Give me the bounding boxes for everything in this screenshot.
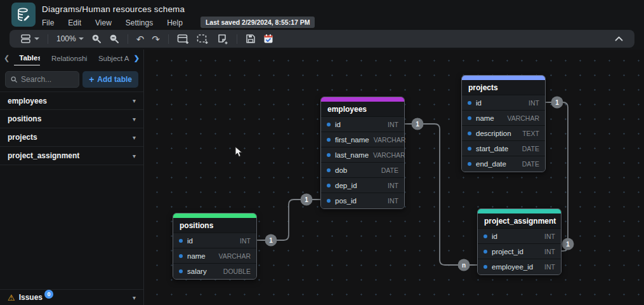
undo-icon: ↶ (136, 34, 145, 44)
field-row-start_date[interactable]: start_dateDATE (462, 141, 545, 156)
diagram-canvas[interactable]: 111n11 employeesidINTfirst_nameVARCHARla… (144, 50, 644, 305)
menu-file[interactable]: File (42, 17, 54, 29)
field-row-dep_id[interactable]: dep_idINT (321, 178, 404, 193)
field-row-id[interactable]: idINT (462, 95, 545, 111)
issues-panel-toggle[interactable]: ⚠ Issues 0 ▾ (0, 289, 143, 305)
entity-table-positions[interactable]: positionsidINTnameVARCHARsalaryDOUBLE (173, 213, 257, 280)
field-name: employee_id (492, 263, 540, 271)
app-logo[interactable] (11, 3, 36, 27)
add-table-button[interactable]: + Add table (82, 71, 138, 88)
sidebar-item-projects[interactable]: projects▾ (0, 128, 143, 147)
chevron-down-icon (79, 37, 84, 40)
chevron-down-icon: ▾ (133, 152, 136, 159)
relationship-line-positions.id-employees.pos_id[interactable] (257, 200, 320, 240)
field-dot-icon (179, 254, 183, 258)
collapse-header-button[interactable] (611, 34, 627, 43)
search-box[interactable] (5, 71, 79, 88)
entity-table-projects[interactable]: projectsidINTnameVARCHARdescriptionTEXTs… (461, 75, 546, 172)
field-type: INT (544, 233, 555, 240)
redo-icon: ↷ (152, 34, 160, 44)
diagram-list-button[interactable] (17, 32, 43, 45)
entity-table-project_assignment[interactable]: project_assignmentidINTproject_idINTempl… (477, 208, 562, 275)
field-row-description[interactable]: descriptionTEXT (462, 126, 545, 141)
field-row-name[interactable]: nameVARCHAR (462, 111, 545, 126)
field-name: dob (335, 166, 377, 174)
menu-help[interactable]: Help (167, 17, 183, 29)
app-window: Diagrams/Human resources schema FileEdit… (0, 0, 644, 305)
field-type: INT (388, 197, 398, 205)
field-row-id[interactable]: idINT (478, 229, 561, 244)
cardinality-label: 1 (416, 121, 419, 128)
field-row-employee_id[interactable]: employee_idINT (478, 259, 561, 274)
tab-relationships[interactable]: Relationships (46, 51, 87, 65)
field-name: first_name (335, 136, 369, 144)
last-saved-badge: Last saved 2/29/2024, 8:55:17 PM (200, 17, 315, 28)
field-row-first_name[interactable]: first_nameVARCHAR (321, 132, 404, 147)
tabs-scroll-left-icon[interactable]: ❮ (3, 54, 11, 62)
cardinality-label: 1 (555, 99, 559, 106)
field-name: description (476, 130, 518, 137)
field-dot-icon (327, 153, 331, 157)
zoom-level-value: 100% (56, 34, 76, 43)
entity-table-employees[interactable]: employeesidINTfirst_nameVARCHARlast_name… (320, 97, 405, 209)
sidebar-item-project_assignment[interactable]: project_assignment▾ (0, 147, 143, 165)
field-name: pos_id (335, 197, 383, 205)
toolbar-wrap: 100% ↶ (0, 29, 644, 50)
entity-title: projects (462, 80, 545, 95)
plus-icon: + (89, 74, 94, 85)
field-dot-icon (327, 168, 331, 172)
header-text-block: Diagrams/Human resources schema FileEdit… (42, 3, 315, 28)
sidebar-item-label: project_assignment (8, 151, 79, 160)
add-area-tool-button[interactable] (193, 32, 213, 46)
field-name: id (476, 99, 524, 107)
field-row-end_date[interactable]: end_dateDATE (462, 156, 545, 172)
tab-subject-areas[interactable]: Subject Are (93, 51, 129, 65)
field-name: name (476, 114, 503, 122)
field-name: dep_id (335, 182, 383, 189)
field-row-id[interactable]: idINT (321, 117, 404, 132)
zoom-level-dropdown[interactable]: 100% (53, 32, 88, 45)
menu-edit[interactable]: Edit (68, 17, 81, 29)
redo-button[interactable]: ↷ (148, 32, 164, 46)
tabs-scroll-right-icon[interactable]: ❯ (133, 54, 141, 62)
menu-view[interactable]: View (95, 17, 112, 29)
chevron-up-icon (615, 36, 623, 41)
todo-button[interactable] (260, 32, 277, 46)
menu-settings[interactable]: Settings (126, 17, 153, 29)
field-dot-icon (468, 132, 471, 135)
field-row-last_name[interactable]: last_nameVARCHAR (321, 147, 404, 163)
add-table-label: Add table (97, 75, 132, 84)
add-note-icon (216, 34, 228, 44)
add-note-tool-button[interactable] (213, 32, 232, 46)
field-dot-icon (468, 147, 471, 151)
field-row-project_id[interactable]: project_idINT (478, 244, 561, 259)
field-row-id[interactable]: idINT (173, 233, 256, 248)
save-button[interactable] (242, 32, 260, 46)
sidebar-item-employees[interactable]: employees▾ (0, 92, 143, 110)
cardinality-label: n (462, 262, 466, 269)
search-input[interactable] (21, 75, 74, 84)
main-body: ❮ Tables Relationships Subject Are ❯ + A… (0, 50, 644, 305)
undo-button[interactable]: ↶ (133, 32, 148, 46)
field-name: project_id (492, 248, 540, 255)
zoom-in-button[interactable] (88, 32, 105, 46)
add-table-tool-button[interactable] (173, 32, 193, 46)
field-type: INT (240, 237, 251, 245)
zoom-out-icon (109, 34, 119, 44)
field-type: VARCHAR (373, 151, 405, 159)
search-icon (11, 76, 17, 83)
field-name: id (187, 237, 235, 245)
field-row-dob[interactable]: dobDATE (321, 163, 404, 178)
header: Diagrams/Human resources schema FileEdit… (0, 0, 644, 29)
entity-title: project_assignment (478, 214, 561, 229)
cardinality-label: 1 (305, 196, 308, 203)
zoom-out-button[interactable] (105, 32, 123, 46)
sidebar-item-positions[interactable]: positions▾ (0, 110, 143, 128)
field-row-name[interactable]: nameVARCHAR (173, 248, 256, 264)
tab-tables[interactable]: Tables (14, 51, 40, 65)
add-table-icon (177, 34, 189, 44)
field-row-salary[interactable]: salaryDOUBLE (173, 264, 256, 279)
field-name: name (187, 252, 214, 260)
field-dot-icon (179, 239, 183, 243)
field-row-pos_id[interactable]: pos_idINT (321, 193, 404, 208)
